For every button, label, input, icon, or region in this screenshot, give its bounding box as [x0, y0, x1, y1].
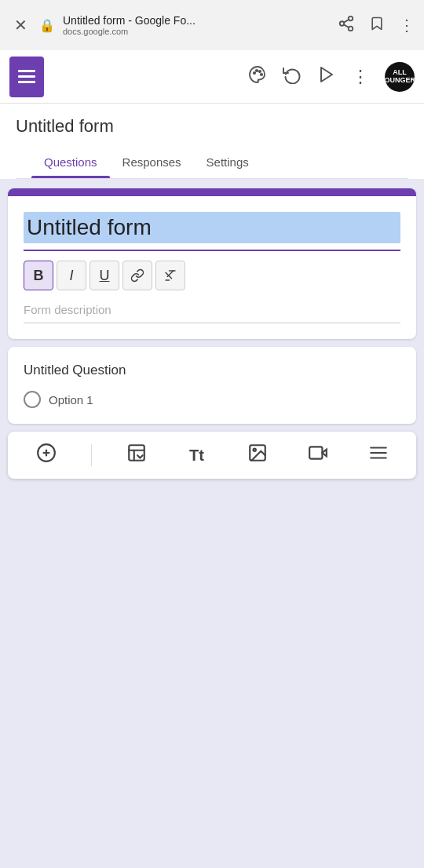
logo-line-2	[18, 75, 35, 78]
add-title-button[interactable]: Tt	[181, 447, 213, 465]
form-card-inner: B I U	[8, 196, 416, 339]
bookmark-icon[interactable]	[369, 15, 385, 36]
svg-point-7	[259, 70, 261, 71]
main-content: B I U	[0, 179, 424, 728]
tab-settings[interactable]: Settings	[194, 146, 261, 178]
clear-format-button[interactable]	[155, 261, 185, 290]
toolbar-icons: ⋮ ALL BOUNGERS	[248, 62, 415, 92]
add-video-button[interactable]	[302, 443, 334, 468]
browser-icons: ⋮	[338, 15, 415, 36]
underline-button[interactable]: U	[90, 261, 119, 290]
avatar-text: ALL BOUNGERS	[385, 69, 415, 85]
svg-point-8	[261, 73, 262, 75]
svg-rect-20	[309, 447, 322, 458]
send-icon[interactable]	[317, 65, 336, 89]
app-logo	[9, 57, 44, 97]
tab-questions[interactable]: Questions	[31, 146, 110, 178]
svg-rect-15	[129, 445, 144, 461]
svg-point-5	[254, 71, 255, 73]
form-description[interactable]: Form description	[24, 303, 400, 323]
tab-responses[interactable]: Responses	[110, 146, 194, 178]
lock-icon: 🔒	[39, 18, 55, 33]
svg-line-3	[344, 24, 349, 27]
svg-point-19	[253, 449, 255, 451]
form-title: Untitled form	[16, 116, 408, 137]
svg-point-6	[256, 69, 258, 71]
browser-title: Untitled form - Google Fo...	[63, 14, 330, 27]
toolbar-more-icon[interactable]: ⋮	[352, 67, 369, 87]
svg-marker-9	[321, 67, 332, 82]
form-card-title-row	[24, 212, 400, 243]
add-section-button[interactable]	[363, 443, 394, 468]
add-question-button[interactable]	[31, 443, 62, 468]
toolbar-divider	[91, 444, 92, 466]
browser-bar: ✕ 🔒 Untitled form - Google Fo... docs.go…	[0, 0, 424, 50]
question-title[interactable]: Untitled Question	[24, 363, 400, 378]
browser-title-area: Untitled form - Google Fo... docs.google…	[63, 14, 330, 36]
bottom-toolbar: Tt	[8, 432, 416, 479]
option-row: Option 1	[24, 391, 400, 408]
tabs: Questions Responses Settings	[16, 146, 408, 179]
undo-icon[interactable]	[283, 65, 302, 89]
logo-line-1	[18, 70, 35, 72]
bold-button[interactable]: B	[24, 261, 53, 290]
svg-line-11	[167, 271, 174, 277]
share-icon[interactable]	[338, 15, 355, 36]
form-card-underline	[24, 250, 400, 251]
link-button[interactable]	[122, 261, 152, 290]
close-button[interactable]: ✕	[9, 16, 31, 35]
logo-line-3	[18, 81, 35, 83]
form-title-card: B I U	[8, 188, 416, 339]
svg-line-4	[344, 19, 349, 22]
browser-more-icon[interactable]: ⋮	[399, 16, 415, 35]
browser-url: docs.google.com	[63, 27, 330, 36]
italic-button[interactable]: I	[57, 261, 86, 290]
logo-lines	[18, 70, 35, 83]
radio-circle	[24, 391, 41, 408]
add-image-button[interactable]	[242, 443, 273, 468]
avatar[interactable]: ALL BOUNGERS	[385, 62, 415, 92]
app-toolbar: ⋮ ALL BOUNGERS	[0, 50, 424, 104]
import-questions-button[interactable]	[121, 443, 152, 468]
form-title-input[interactable]	[24, 212, 400, 243]
palette-icon[interactable]	[248, 65, 267, 89]
option-label: Option 1	[49, 393, 93, 407]
form-header: Untitled form Questions Responses Settin…	[0, 104, 424, 179]
question-card: Untitled Question Option 1	[8, 347, 416, 424]
format-toolbar: B I U	[24, 261, 400, 290]
